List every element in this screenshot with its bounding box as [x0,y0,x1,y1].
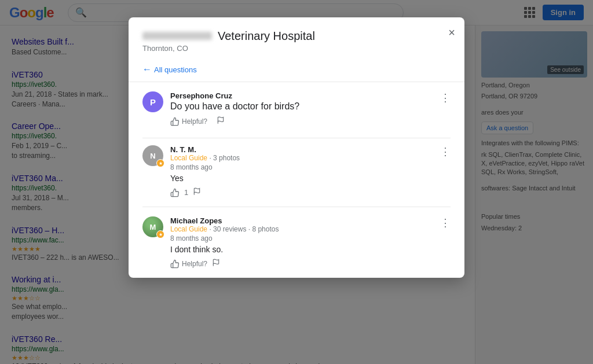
back-link-label: All questions [154,65,197,74]
question-content: Persephone Cruz Do you have a doctor for… [170,91,433,126]
back-arrow-icon: ← [142,64,152,75]
answer-1-flag-button[interactable] [193,187,201,197]
question-text: Do you have a doctor for birds? [170,101,433,112]
answer-1-thumbsup-button[interactable] [170,188,180,197]
helpful-button[interactable]: Helpful? [170,117,207,126]
answer-1-author: N. T. M. [170,145,240,154]
answer-1-avatar-container: N ★ [142,145,163,166]
answer-1-more-options-button[interactable]: ⋮ [440,145,451,158]
helpful-label: Helpful? [182,117,207,126]
back-to-all-questions-link[interactable]: ← All questions [142,64,197,75]
modal-title-row: Veterinary Hospital Thornton, CO [142,29,451,53]
modal-body: P Persephone Cruz Do you have a doctor f… [129,82,464,278]
answer-2-reviews: · 30 reviews [209,225,246,233]
answer-2-time: 8 months ago [170,234,451,242]
answer-1-time: 8 months ago [170,163,451,171]
question-author-avatar: P [142,91,163,112]
answer-2-photos: · 8 photos [248,225,279,233]
close-button[interactable]: × [448,27,455,38]
blurred-business-name [142,32,212,40]
answer-2-actions: Helpful? [170,259,451,269]
answer-item-2: M ★ Michael Zopes Local Guide · 30 revie… [142,216,451,269]
answer-2-text: I dont think so. [170,245,451,254]
answer-2-author: Michael Zopes [170,216,279,225]
question-more-options-button[interactable]: ⋮ [440,91,451,104]
answer-1-content: N. T. M. Local Guide · 3 photos ⋮ 8 mont… [170,145,451,197]
question-item: P Persephone Cruz Do you have a doctor f… [142,91,451,126]
answer-1-photos: · 3 photos [209,154,240,162]
answer-2-more-options-button[interactable]: ⋮ [440,216,451,229]
answer-2-avatar-container: M ★ [142,216,163,237]
answer-2-helpful-label: Helpful? [182,260,207,268]
answer-1-actions: 1 [170,187,451,197]
answer-1-text: Yes [170,174,451,183]
business-name: Veterinary Hospital [218,29,315,43]
local-guide-badge-1: ★ [156,159,164,167]
business-location: Thornton, CO [142,44,315,53]
flag-button[interactable] [217,116,225,126]
local-guide-badge-2: ★ [156,230,164,238]
answer-1-local-guide: Local Guide [170,154,207,162]
answer-item-1: N ★ N. T. M. Local Guide · 3 photos ⋮ 8 … [142,145,451,197]
qa-modal: Veterinary Hospital Thornton, CO × ← All… [129,17,464,278]
divider-1 [142,138,451,138]
modal-header: Veterinary Hospital Thornton, CO × ← All… [129,17,464,82]
answer-2-helpful-button[interactable]: Helpful? [170,259,207,269]
answer-2-content: Michael Zopes Local Guide · 30 reviews ·… [170,216,451,269]
divider-2 [142,207,451,207]
question-author-name: Persephone Cruz [170,91,433,100]
answer-1-thumbs-count: 1 [184,188,188,197]
answer-2-flag-button[interactable] [212,259,220,269]
answer-2-local-guide: Local Guide [170,225,207,233]
question-actions: Helpful? [170,116,433,126]
